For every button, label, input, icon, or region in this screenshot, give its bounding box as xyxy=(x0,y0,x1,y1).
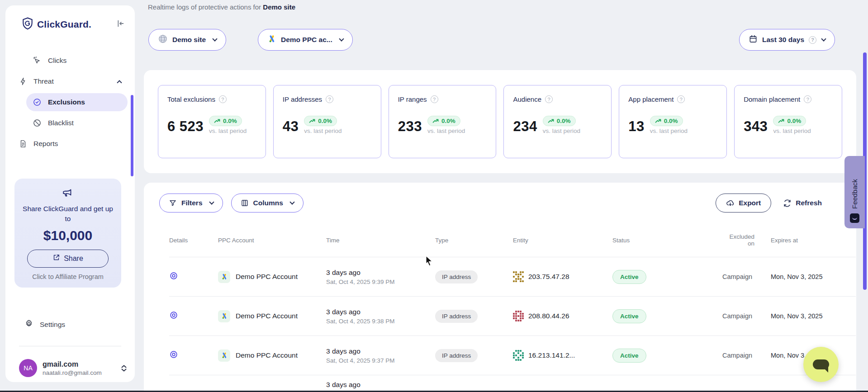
columns-button[interactable]: Columns xyxy=(231,194,304,213)
sidebar-item-label: Exclusions xyxy=(48,98,85,106)
help-icon[interactable]: ? xyxy=(431,95,438,103)
row-excluded-on: Campaign xyxy=(722,273,752,280)
user-menu[interactable]: NA gmail.com naatali.ro@gmail.com xyxy=(19,359,127,377)
trend-up-icon xyxy=(432,118,439,123)
help-icon[interactable]: ? xyxy=(804,95,811,103)
trend-up-icon xyxy=(548,118,555,123)
entity-identicon xyxy=(513,350,524,361)
sidebar-item-label: Blacklist xyxy=(48,119,74,127)
stat-card-domain-placement: Domain placement? 343 0.0% vs. last peri… xyxy=(734,85,842,158)
filters-button-label: Filters xyxy=(181,199,203,207)
sidebar-item-clicks[interactable]: Clicks xyxy=(26,52,128,70)
stat-caption: vs. last period xyxy=(427,128,465,134)
affiliate-promo-card: Share ClickGuard and get up to $10,000 S… xyxy=(14,179,121,288)
site-selector-value: Demo site xyxy=(172,36,206,44)
stat-caption: vs. last period xyxy=(543,128,580,134)
table-row: Demo PPC Account 3 days ago Sat, Oct 4, … xyxy=(169,297,856,336)
stat-value: 233 xyxy=(398,118,422,135)
feedback-tab[interactable]: Feedback xyxy=(844,156,865,228)
row-type-badge: IP address xyxy=(435,310,478,323)
columns-button-label: Columns xyxy=(253,199,283,207)
table-row: Demo PPC Account 3 days ago Sat, Oct 4, … xyxy=(169,257,856,297)
row-excluded-on: Campaign xyxy=(722,312,752,320)
stat-caption: vs. last period xyxy=(650,128,688,134)
share-button[interactable]: Share xyxy=(27,250,109,268)
export-button[interactable]: Export xyxy=(716,194,771,213)
stat-card-audience: Audience? 234 0.0% vs. last period xyxy=(503,85,612,158)
details-eye-button[interactable] xyxy=(169,311,178,320)
sidebar-menu: Clicks Threat Exclusions xyxy=(5,52,135,153)
help-icon[interactable]: ? xyxy=(545,95,553,103)
google-ads-icon xyxy=(267,34,276,45)
sidebar-item-settings[interactable]: Settings xyxy=(13,316,128,333)
stat-label: IP addresses xyxy=(283,95,322,103)
stat-label: IP ranges xyxy=(398,95,427,103)
stat-value: 234 xyxy=(513,118,537,135)
brand[interactable]: ClickGuard. xyxy=(22,17,115,32)
details-eye-button[interactable] xyxy=(169,271,178,280)
col-header-time: Time xyxy=(326,224,435,257)
sidebar-item-label: Reports xyxy=(33,140,58,148)
help-icon[interactable]: ? xyxy=(677,95,685,103)
status-badge: Active xyxy=(612,270,646,284)
promo-caption[interactable]: Click to Affiliate Program xyxy=(21,273,115,280)
sidebar-divider xyxy=(19,346,121,346)
stat-label: Audience xyxy=(513,95,541,103)
stat-caption: vs. last period xyxy=(209,128,247,134)
sidebar-collapse-icon[interactable] xyxy=(115,19,125,30)
sidebar-item-blacklist[interactable]: Blacklist xyxy=(26,114,128,132)
stat-caption: vs. last period xyxy=(304,128,342,134)
stat-card-app-placement: App placement? 13 0.0% vs. last period xyxy=(619,85,727,158)
row-entity: 16.213.141.2... xyxy=(528,351,575,359)
date-range-selector[interactable]: Last 30 days ? xyxy=(739,29,835,51)
table-header-row: Details PPC Account Time Type Entity Sta… xyxy=(169,224,856,257)
stat-value: 343 xyxy=(744,118,768,135)
calendar-icon xyxy=(749,34,758,45)
help-icon[interactable]: ? xyxy=(219,95,227,103)
trend-up-icon xyxy=(309,118,316,123)
stat-delta: 0.0% xyxy=(664,118,678,124)
table-row-partial: 3 days ago xyxy=(169,375,856,392)
stat-label: Total exclusions xyxy=(167,95,215,103)
row-time-absolute: Sat, Oct 4, 2025 9:39 PM xyxy=(326,279,432,285)
status-badge: Active xyxy=(612,309,646,323)
google-ads-icon xyxy=(218,271,230,283)
stat-caption: vs. last period xyxy=(773,128,811,134)
refresh-button[interactable]: Refresh xyxy=(783,199,822,208)
stat-delta: 0.0% xyxy=(223,118,237,124)
details-eye-button[interactable] xyxy=(169,350,178,359)
avatar: NA xyxy=(19,359,37,377)
chat-launcher-button[interactable] xyxy=(803,347,839,382)
entity-identicon xyxy=(513,311,524,321)
col-header-type: Type xyxy=(435,224,513,257)
sidebar-scrollbar[interactable] xyxy=(131,95,133,176)
exclusions-table: Details PPC Account Time Type Entity Sta… xyxy=(169,224,856,392)
filters-button[interactable]: Filters xyxy=(159,194,223,213)
chevron-down-icon xyxy=(209,199,214,204)
row-time-relative: 3 days ago xyxy=(326,347,432,355)
sidebar-item-threat[interactable]: Threat xyxy=(13,72,128,90)
row-entity: 208.80.44.26 xyxy=(528,312,569,320)
sidebar-item-exclusions[interactable]: Exclusions xyxy=(26,93,128,111)
account-selector-value: Demo PPC ac... xyxy=(281,36,332,44)
chevron-down-icon xyxy=(212,36,217,41)
col-header-expires-at: Expires at xyxy=(771,224,856,257)
account-selector[interactable]: Demo PPC ac... xyxy=(258,29,353,51)
chat-bubble-icon xyxy=(813,359,829,369)
chevron-down-icon xyxy=(339,36,344,41)
export-button-label: Export xyxy=(739,199,761,207)
row-expires-at: Mon, Nov 3, 2025 xyxy=(771,273,822,280)
trend-up-icon xyxy=(214,118,221,123)
stat-value: 43 xyxy=(283,118,299,135)
settings-label: Settings xyxy=(40,321,65,329)
app-root: ClickGuard. Clicks xyxy=(0,0,868,392)
row-time-relative: 3 days ago xyxy=(326,269,432,277)
site-selector[interactable]: Demo site xyxy=(148,29,226,51)
feedback-smiley-icon xyxy=(850,213,859,223)
stat-value: 13 xyxy=(628,118,644,135)
stat-card-ip-ranges: IP ranges? 233 0.0% vs. last period xyxy=(389,85,497,158)
col-header-excluded-on: Excluded on xyxy=(707,224,771,257)
sidebar-item-reports[interactable]: Reports xyxy=(13,135,128,153)
sidebar-item-label: Threat xyxy=(33,77,54,85)
help-icon[interactable]: ? xyxy=(326,95,333,103)
